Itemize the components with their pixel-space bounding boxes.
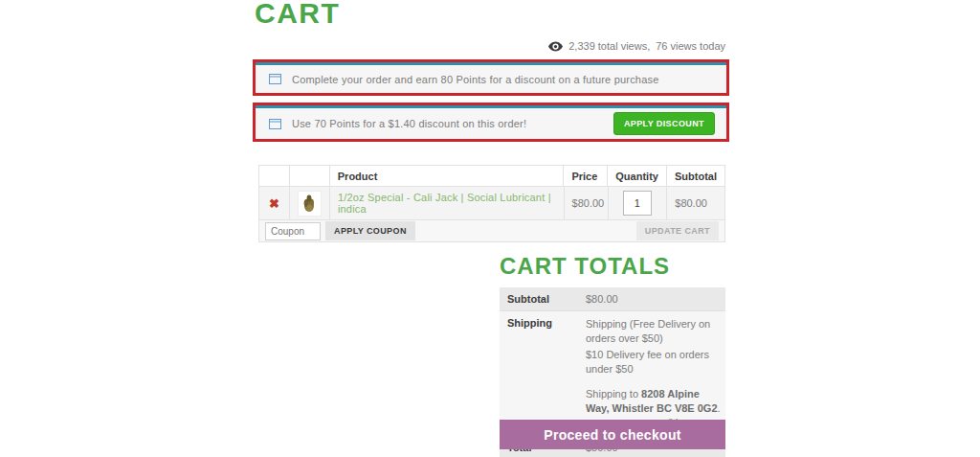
annotation-box-use-points: Use 70 Points for a $1.40 discount on th… [253, 103, 729, 142]
use-points-notice: Use 70 Points for a $1.40 discount on th… [256, 105, 726, 139]
cart-item-row: ✖ 1/2oz Special - Cali Jack | Social Lub… [259, 187, 724, 220]
earn-points-notice: Complete your order and earn 80 Points f… [256, 62, 726, 93]
views-today: 76 views today [656, 40, 725, 52]
shipping-destination: Shipping to 8208 Alpine Way, Whistler BC… [586, 387, 722, 416]
window-icon [269, 119, 281, 129]
quantity-input[interactable] [623, 191, 652, 216]
shipping-fee-note: $10 Delivery fee on orders under $50 [586, 348, 722, 377]
apply-coupon-button[interactable]: APPLY COUPON [325, 221, 415, 240]
window-icon [269, 74, 281, 84]
header-product: Product [330, 166, 565, 186]
item-price: $80.00 [565, 187, 609, 219]
item-subtotal: $80.00 [667, 187, 724, 219]
subtotal-row: Subtotal $80.00 [500, 287, 725, 311]
subtotal-value: $80.00 [584, 287, 725, 310]
use-points-text: Use 70 Points for a $1.40 discount on th… [292, 118, 603, 129]
proceed-to-checkout-button[interactable]: Proceed to checkout [500, 420, 725, 449]
cart-totals-title: CART TOTALS [500, 253, 670, 280]
header-subtotal: Subtotal [667, 166, 724, 186]
header-remove [259, 166, 290, 186]
views-counter: 2,339 total views, 76 views today [253, 40, 725, 52]
page-title: CART [255, 0, 340, 30]
shipping-row: Shipping Shipping (Free Delivery on orde… [500, 311, 725, 436]
shipping-label: Shipping [500, 311, 584, 435]
product-link[interactable]: 1/2oz Special - Cali Jack | Social Lubri… [338, 192, 556, 215]
annotation-box-earn-points: Complete your order and earn 80 Points f… [253, 59, 729, 96]
header-thumbnail [290, 166, 330, 186]
shipping-method: Shipping (Free Delivery on orders over $… [586, 317, 722, 346]
subtotal-label: Subtotal [500, 287, 584, 310]
earn-points-text: Complete your order and earn 80 Points f… [292, 74, 715, 85]
cannabis-bud-image [301, 194, 318, 213]
eye-icon [548, 41, 563, 52]
header-quantity: Quantity [608, 166, 667, 186]
remove-item-button[interactable]: ✖ [269, 197, 279, 210]
cart-actions-row: APPLY COUPON UPDATE CART [259, 220, 724, 242]
cart-table-header: Product Price Quantity Subtotal [259, 166, 724, 187]
product-thumbnail[interactable] [298, 191, 322, 217]
apply-discount-button[interactable]: APPLY DISCOUNT [613, 112, 715, 135]
views-total: 2,339 total views, [568, 40, 650, 52]
header-price: Price [564, 166, 608, 186]
coupon-input[interactable] [265, 222, 321, 240]
cart-table: Product Price Quantity Subtotal ✖ 1/2oz … [258, 165, 725, 242]
update-cart-button[interactable]: UPDATE CART [636, 221, 719, 240]
